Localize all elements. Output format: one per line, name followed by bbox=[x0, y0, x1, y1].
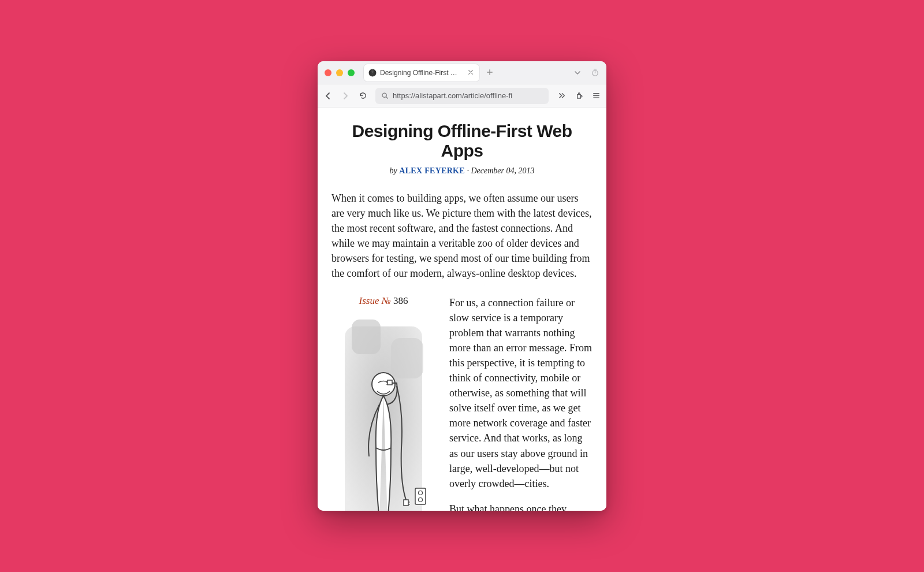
byline-by: by bbox=[390, 166, 400, 175]
maximize-window-button[interactable] bbox=[348, 69, 355, 76]
window-controls bbox=[325, 69, 355, 76]
minimize-window-button[interactable] bbox=[336, 69, 343, 76]
article-title: Designing Offline-First Web Apps bbox=[331, 121, 593, 161]
article-body: Issue № 386 bbox=[331, 295, 593, 511]
browser-tab[interactable]: Designing Offline-First Web App… bbox=[364, 64, 479, 81]
close-tab-button[interactable] bbox=[467, 68, 475, 77]
browser-window: Designing Offline-First Web App… bbox=[318, 61, 606, 511]
tab-title: Designing Offline-First Web App… bbox=[380, 69, 463, 77]
issue-number: 386 bbox=[393, 295, 408, 306]
article-illustration bbox=[334, 315, 433, 511]
url-text: https://alistapart.com/article/offline-f… bbox=[393, 91, 544, 100]
svg-rect-7 bbox=[404, 500, 408, 506]
author-link[interactable]: ALEX FEYERKE bbox=[399, 166, 465, 175]
url-bar[interactable]: https://alistapart.com/article/offline-f… bbox=[375, 88, 549, 104]
article-sidebar: Issue № 386 bbox=[331, 295, 435, 511]
favicon-icon bbox=[368, 69, 377, 77]
issue-prefix: Issue № bbox=[359, 295, 393, 306]
paragraph-2: For us, a connection failure or slow ser… bbox=[449, 295, 593, 491]
article-main-column: For us, a connection failure or slow ser… bbox=[449, 295, 593, 511]
new-tab-button[interactable] bbox=[484, 68, 495, 78]
timer-icon[interactable] bbox=[590, 68, 599, 77]
search-icon bbox=[380, 91, 389, 101]
article-date: December 04, 2013 bbox=[471, 166, 534, 175]
paragraph-3: But what happens once they descend into … bbox=[449, 502, 593, 511]
byline: by ALEX FEYERKE · December 04, 2013 bbox=[331, 166, 593, 176]
toolbar: https://alistapart.com/article/offline-f… bbox=[318, 84, 606, 107]
titlebar: Designing Offline-First Web App… bbox=[318, 61, 606, 84]
svg-rect-3 bbox=[352, 320, 381, 354]
intro-paragraph: When it comes to building apps, we often… bbox=[331, 191, 593, 281]
tabs-dropdown-icon[interactable] bbox=[573, 68, 582, 77]
extensions-icon[interactable] bbox=[574, 91, 583, 101]
svg-rect-6 bbox=[388, 380, 392, 385]
issue-label: Issue № 386 bbox=[331, 295, 435, 307]
svg-rect-4 bbox=[391, 338, 423, 378]
forward-button[interactable] bbox=[341, 91, 350, 101]
overflow-icon[interactable] bbox=[557, 91, 566, 101]
back-button[interactable] bbox=[323, 91, 333, 101]
page-content: Designing Offline-First Web Apps by ALEX… bbox=[318, 107, 606, 511]
menu-icon[interactable] bbox=[591, 91, 601, 101]
byline-separator: · bbox=[465, 166, 471, 175]
close-window-button[interactable] bbox=[325, 69, 331, 76]
reload-button[interactable] bbox=[358, 91, 367, 101]
